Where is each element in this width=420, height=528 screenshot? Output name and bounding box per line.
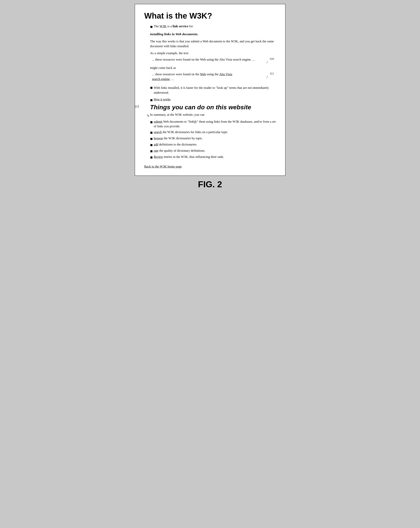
annotation-slash-111: / (267, 75, 268, 79)
with-links-bullet-line: ◼ With links installed, it is faster for… (150, 85, 276, 95)
blockquote2-alta-link[interactable]: Alta Vista (219, 72, 232, 76)
content-area: ◼ The W3K is a link service for installi… (144, 24, 276, 102)
list-item-add: ◼ add definitions to the dictionaries. (150, 142, 276, 147)
annotation-block-111: 111 / ... these resources were found on … (150, 72, 276, 82)
how-it-works-bullet-line: ◼ How it works (150, 98, 276, 102)
label-115: 115 (135, 105, 139, 108)
list-bullet-submit: ◼ (150, 120, 153, 124)
blockquote1: ... these resources were found on the We… (150, 57, 276, 62)
example-label: As a simple example, the text (150, 51, 276, 55)
intro-text: The W3K is a link service for (154, 24, 193, 28)
page-title: What is the W3K? (144, 11, 276, 21)
how-it-works-bullet-icon: ◼ (150, 98, 153, 102)
might-come-back: might come back as (150, 66, 276, 70)
list-bullet-review: ◼ (150, 155, 153, 160)
annotation-slash-110: / (267, 60, 268, 64)
back-link[interactable]: Back to the W3K home page (144, 165, 182, 168)
review-link[interactable]: Review (154, 155, 163, 159)
list-bullet-search: ◼ (150, 130, 153, 135)
label-115-arrow: ↘ (146, 113, 149, 118)
list-bullet-add: ◼ (150, 143, 153, 147)
section2-wrapper: 115 ↘ Things you can do on this website (144, 104, 276, 111)
list-text-submit: submit Web documents to "linkify" them u… (154, 119, 276, 129)
list-bullet-rate: ◼ (150, 149, 153, 153)
intro-the: The (154, 24, 160, 28)
list-text-review: Review entries in the W3K, thus influenc… (154, 155, 276, 159)
how-it-works-link[interactable]: How it works (154, 98, 171, 101)
fig-label: FIG. 2 (135, 179, 286, 189)
annotation-111: 111 (270, 72, 274, 75)
blockquote2-search-link[interactable]: search engine (152, 77, 170, 81)
browse-link[interactable]: browse (154, 136, 163, 140)
search-link[interactable]: search (154, 130, 162, 134)
intro-bullet-icon: ◼ (150, 25, 153, 28)
blockquote2-web-link[interactable]: Web (200, 72, 206, 76)
with-links-bullet-icon: ◼ (150, 86, 153, 89)
paragraph1: The way this works is that you submit a … (150, 39, 276, 48)
list-item-search: ◼ search the W3K dictionaries for links … (150, 130, 276, 135)
list-text-add: add definitions to the dictionaries. (154, 142, 276, 147)
list-item-submit: ◼ submit Web documents to "linkify" them… (150, 119, 276, 129)
list-area: ◼ submit Web documents to "linkify" them… (144, 119, 276, 159)
rate-link[interactable]: rate (154, 149, 159, 153)
annotation-110: 110 (269, 57, 274, 60)
blockquote2-before: ... these resources were found on the (152, 72, 200, 76)
main-content-box: What is the W3K? ◼ The W3K is a link ser… (135, 4, 286, 176)
list-bullet-browse: ◼ (150, 136, 153, 141)
intro-w3k-link[interactable]: W3K (159, 24, 166, 28)
installing-links-text: installing links in Web documents. (150, 32, 276, 36)
blockquote2: ... these resources were found on the We… (150, 72, 276, 82)
add-link[interactable]: add (154, 143, 158, 146)
list-item-browse: ◼ browse the W3K dictionaries by topic. (150, 136, 276, 141)
with-links-text: With links installed, it is faster for t… (154, 85, 276, 95)
section2-title: Things you can do on this website (150, 104, 276, 111)
list-item-review: ◼ Review entries in the W3K, thus influe… (150, 155, 276, 160)
submit-link[interactable]: submit (154, 120, 163, 123)
list-text-browse: browse the W3K dictionaries by topic. (154, 136, 276, 141)
annotation-block-110: 110 / ... these resources were found on … (150, 57, 276, 62)
list-text-search: search the W3K dictionaries for links on… (154, 130, 276, 134)
list-item-rate: ◼ rate the quality of dictionary definit… (150, 148, 276, 153)
list-text-rate: rate the quality of dictionary definitio… (154, 148, 276, 153)
linkify-text: "linkify" (187, 120, 198, 123)
summary-text: In summary, at the W3K website, you can (144, 113, 276, 117)
intro-bullet-line: ◼ The W3K is a link service for (150, 24, 276, 31)
